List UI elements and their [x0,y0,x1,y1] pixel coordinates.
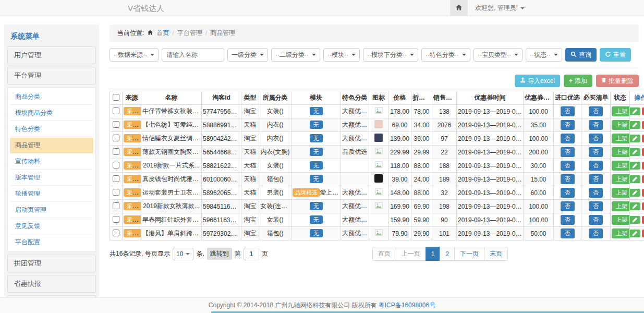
row-checkbox[interactable] [113,175,119,182]
delete-button[interactable] [642,202,644,210]
status-button[interactable]: 上架 [612,174,630,184]
breadcrumb-home-link[interactable]: 首页 [156,29,169,38]
status-button[interactable]: 上架 [612,161,630,171]
status-button[interactable]: 上架 [612,201,630,211]
filter-select-0[interactable]: --数据来源-- [110,48,159,62]
sidebar-item-11[interactable]: 平台配置 [10,235,93,250]
sidebar-item-9[interactable]: 启动页管理 [10,202,93,218]
edit-button[interactable] [630,162,640,170]
page-button-2[interactable]: 2 [440,247,455,261]
delete-button[interactable] [642,148,644,156]
row-checkbox[interactable] [113,216,119,223]
page-button-末页[interactable]: 末页 [484,247,508,261]
page-number-input[interactable] [244,248,259,260]
search-button[interactable]: 查询 [565,48,597,62]
row-checkbox[interactable] [113,162,119,168]
status-button[interactable]: 上架 [612,106,630,116]
must-buy-toggle[interactable]: 否 [589,215,603,225]
sidebar-item-2[interactable]: 商品分类 [10,89,93,105]
jump-button[interactable]: 跳转到 [207,248,232,260]
page-button-1[interactable]: 1 [426,247,441,261]
status-button[interactable]: 上架 [612,147,630,157]
import-select-toggle[interactable]: 否 [561,201,575,211]
delete-button[interactable] [642,230,644,237]
sidebar-item-12[interactable]: 拼团管理 [7,255,96,272]
must-buy-toggle[interactable]: 否 [589,228,603,238]
batch-delete-button[interactable]: 批量删除 [596,75,639,87]
sidebar-item-5[interactable]: 商品管理 [10,138,93,153]
home-button[interactable] [450,0,468,16]
user-menu[interactable]: 欢迎您, 管理员! [468,4,532,13]
select-all-checkbox[interactable] [113,94,119,101]
delete-button[interactable] [642,121,644,129]
must-buy-toggle[interactable]: 否 [589,161,603,171]
sidebar-item-13[interactable]: 省惠快报 [7,275,96,293]
edit-button[interactable] [630,107,640,115]
edit-button[interactable] [630,189,640,197]
sidebar-item-7[interactable]: 版本管理 [10,170,93,186]
sidebar-item-3[interactable]: 模块商品分类 [10,105,93,121]
filter-select-4[interactable]: --模块下分类-- [363,48,418,62]
delete-button[interactable] [642,175,644,183]
edit-button[interactable] [630,230,640,237]
status-button[interactable]: 上架 [612,120,630,130]
reset-button[interactable]: 重置 [600,48,631,62]
add-button[interactable]: + 添加 [564,75,592,87]
sidebar-item-1[interactable]: 平台管理 [7,67,96,85]
filter-select-1[interactable]: 一级分类 [227,48,268,62]
sidebar-item-6[interactable]: 宣传物料 [10,154,93,170]
name-search-input[interactable] [162,48,224,62]
row-checkbox[interactable] [113,230,119,236]
page-button-下一页[interactable]: 下一页 [454,247,484,261]
edit-button[interactable] [630,148,640,156]
must-buy-toggle[interactable]: 否 [589,106,603,116]
row-checkbox[interactable] [113,107,119,114]
import-select-toggle[interactable]: 否 [561,106,575,116]
delete-button[interactable] [642,162,644,170]
import-select-toggle[interactable]: 否 [561,134,575,143]
import-select-toggle[interactable]: 否 [561,188,575,198]
status-button[interactable]: 上架 [612,188,630,198]
must-buy-toggle[interactable]: 否 [589,120,603,130]
filter-select-3[interactable]: --模块-- [323,48,360,62]
filter-select-6[interactable]: --宝贝类型-- [473,48,523,62]
row-checkbox[interactable] [113,189,119,196]
import-select-toggle[interactable]: 否 [561,120,575,130]
must-buy-toggle[interactable]: 否 [589,174,603,184]
delete-button[interactable] [642,216,644,224]
edit-button[interactable] [630,175,640,183]
delete-button[interactable] [642,189,644,197]
sidebar-item-10[interactable]: 意见反馈 [10,219,93,234]
edit-button[interactable] [630,121,640,129]
icp-link[interactable]: 粤ICP备16098006号 [379,301,435,310]
filter-select-7[interactable]: --状态-- [526,48,562,62]
row-checkbox[interactable] [113,121,119,128]
status-button[interactable]: 上架 [612,134,630,143]
import-excel-button[interactable]: 导入excel [515,75,560,87]
edit-button[interactable] [630,216,640,224]
must-buy-toggle[interactable]: 否 [589,188,603,198]
import-select-toggle[interactable]: 否 [561,174,575,184]
row-checkbox[interactable] [113,148,119,155]
import-select-toggle[interactable]: 否 [561,215,575,225]
status-button[interactable]: 上架 [612,228,630,238]
row-checkbox[interactable] [113,202,119,209]
edit-button[interactable] [630,135,640,142]
import-select-toggle[interactable]: 否 [561,147,575,157]
status-button[interactable]: 上架 [612,215,630,225]
must-buy-toggle[interactable]: 否 [589,147,603,157]
filter-select-2[interactable]: --二级分类-- [271,48,320,62]
filter-select-5[interactable]: --特色分类-- [421,48,470,62]
delete-button[interactable] [642,135,644,142]
delete-button[interactable] [642,107,644,115]
must-buy-toggle[interactable]: 否 [589,201,603,211]
import-select-toggle[interactable]: 否 [561,228,575,238]
per-page-select[interactable]: 10 [173,248,193,260]
sidebar-item-0[interactable]: 用户管理 [7,46,96,64]
sidebar-item-4[interactable]: 特色分类 [10,122,93,137]
edit-button[interactable] [630,202,640,210]
import-select-toggle[interactable]: 否 [561,161,575,171]
must-buy-toggle[interactable]: 否 [589,134,603,143]
row-checkbox[interactable] [113,135,119,141]
sidebar-item-8[interactable]: 轮播管理 [10,186,93,202]
